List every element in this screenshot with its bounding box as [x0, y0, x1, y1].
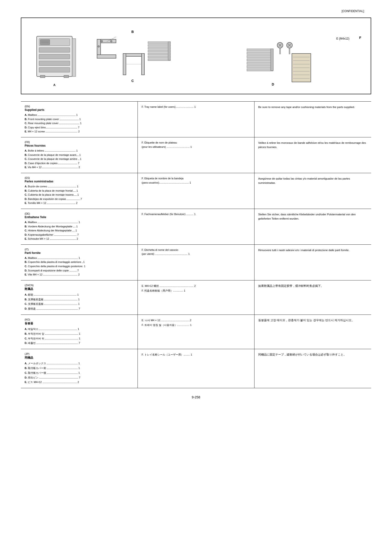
svg-rect-3	[39, 54, 70, 59]
de-row: (DE) Enthaltene Teile A. Mailbox 1 B. Vo…	[21, 209, 371, 244]
svg-rect-28	[148, 56, 170, 58]
svg-rect-53	[247, 65, 273, 68]
ko-row: (KO) 동봉품 A. 메일막스 1 B. 부착판커버 앞 1 C. 부착판커버…	[21, 314, 371, 349]
en-row: (EN) Supplied parts A. Mailbox 1 B. Fron…	[21, 101, 371, 137]
svg-rect-26	[148, 50, 170, 52]
en-extra-col: F. Tray name label (for users)..........…	[138, 102, 254, 137]
svg-rect-19	[123, 54, 144, 56]
svg-rect-48	[247, 49, 273, 51]
it-code: (IT)	[25, 248, 134, 251]
svg-rect-20	[123, 54, 126, 75]
svg-rect-27	[148, 53, 170, 55]
part-a-illustration: A	[28, 29, 80, 87]
en-code: (EN)	[25, 105, 134, 108]
ko-code: (KO)	[25, 318, 134, 321]
svg-rect-13	[97, 55, 116, 58]
jp-notice-col: 同梱品に固定テープ，緩衝材が付いている場合は必ず取り外すこと。	[254, 349, 371, 388]
svg-rect-54	[247, 69, 273, 71]
es-notice-col: Asegúrese de quitar todas las cintas y/o…	[254, 173, 371, 209]
page-number: 9-258	[21, 395, 371, 404]
svg-rect-55	[271, 49, 273, 71]
confidential-label: [CONFIDENTIAL]	[21, 9, 371, 13]
fr-row: (FR) Pièces fournies A. Boîte à lettres …	[21, 137, 371, 173]
svg-rect-8	[64, 75, 69, 78]
svg-rect-23	[148, 42, 170, 43]
illustration-box: A B	[21, 18, 371, 94]
svg-rect-21	[141, 54, 144, 75]
svg-point-15	[110, 40, 112, 42]
svg-rect-4	[39, 61, 70, 66]
svg-rect-5	[39, 68, 70, 72]
zhcn-parts-col: (ZHCN) 附属品 A. 邮箱 1 B. 支撑板前盖板 1 C. 支撑板后盖板…	[21, 280, 138, 314]
de-parts-col: (DE) Enthaltene Teile A. Mailbox 1 B. Vo…	[21, 209, 138, 244]
svg-rect-25	[148, 47, 170, 49]
svg-rect-50	[247, 55, 273, 58]
label-f-pos: F	[359, 36, 361, 40]
fr-code: (FR)	[25, 141, 134, 143]
fr-parts-col: (FR) Pièces fournies A. Boîte à lettres …	[21, 137, 138, 173]
fr-notice-col: Veillez à retirer les morceaux de bande …	[254, 137, 371, 173]
ko-notice-col: 동봉품에 고정 테이프，완충재가 붙어 있는 경우에는 반드시 제거하십시오。	[254, 315, 371, 349]
svg-rect-52	[247, 62, 273, 64]
it-row: (IT) Parti fornite A. Mailbox 1 B. Coper…	[21, 244, 371, 280]
languages-container: (EN) Supplied parts A. Mailbox 1 B. Fron…	[21, 101, 371, 388]
svg-rect-7	[40, 75, 45, 78]
svg-text:D: D	[272, 82, 274, 86]
jp-title: 同梱品	[25, 356, 134, 360]
fr-title: Pièces fournies	[25, 144, 134, 147]
svg-point-14	[101, 40, 103, 42]
zhcn-code: (ZHCN)	[25, 284, 134, 287]
label-a: A	[53, 83, 55, 87]
svg-rect-51	[247, 59, 273, 61]
zhcn-title: 附属品	[25, 287, 134, 291]
zhcn-notice-col: 如果附属品上带有固定胶带，缓冲材料时务必揭下。	[254, 280, 371, 314]
de-code: (DE)	[25, 212, 134, 215]
jp-code: (JP)	[25, 352, 134, 355]
es-code: (ES)	[25, 177, 134, 179]
ko-extra-col: E. 나사 M4 × 12...........................…	[138, 315, 254, 349]
it-parts-col: (IT) Parti fornite A. Mailbox 1 B. Coper…	[21, 245, 138, 280]
it-extra-col: F. Etichetta di nome del vassoio(per ute…	[138, 245, 254, 280]
jp-extra-col: F. トレイ名称シール（ユーザー用）......... 1	[138, 349, 254, 388]
svg-point-16	[98, 45, 100, 47]
jp-parts-col: (JP) 同梱品 A. メールボックス 1 B. 取付板カバー前 1 C. 取付…	[21, 349, 138, 388]
es-row: (ES) Partes suministradas A. Buzón de co…	[21, 173, 371, 209]
svg-rect-30	[168, 42, 170, 60]
es-title: Partes suministradas	[25, 180, 134, 183]
jp-row: (JP) 同梱品 A. メールボックス 1 B. 取付板カバー前 1 C. 取付…	[21, 349, 371, 388]
de-notice-col: Stellen Sie sicher, dass sämtliche Klebe…	[254, 209, 371, 244]
zhcn-extra-col: E. M4×12 螺丝 ............................…	[138, 280, 254, 314]
es-parts-col: (ES) Partes suministradas A. Buzón de co…	[21, 173, 138, 209]
part-bc-illustration: B	[85, 35, 180, 87]
zhcn-row: (ZHCN) 附属品 A. 邮箱 1 B. 支撑板前盖板 1 C. 支撑板后盖板…	[21, 280, 371, 314]
de-title: Enthaltene Teile	[25, 215, 134, 219]
ko-title: 동봉품	[25, 321, 134, 326]
svg-rect-2	[39, 48, 70, 52]
it-notice-col: Rimuovere tutti i nastri adesivi e/o i m…	[254, 245, 371, 280]
label-b: B	[131, 30, 134, 34]
en-parts-col: (EN) Supplied parts A. Mailbox 1 B. Fron…	[21, 102, 138, 137]
svg-rect-6	[72, 39, 76, 77]
en-title: Supplied parts	[25, 108, 134, 112]
svg-rect-38	[289, 48, 290, 54]
ko-parts-col: (KO) 동봉품 A. 메일막스 1 B. 부착판커버 앞 1 C. 부착판커버…	[21, 315, 138, 349]
en-notice-col: Be sure to remove any tape and/or cushio…	[254, 102, 371, 137]
svg-rect-49	[247, 52, 273, 55]
it-title: Parti fornite	[25, 251, 134, 255]
svg-rect-29	[148, 59, 170, 61]
fr-extra-col: F. Étiquette de nom de plateau(pour les …	[138, 137, 254, 173]
de-extra-col: F. Fachnamenaufkleber (für Benutzer) ...…	[138, 209, 254, 244]
label-e: E (M4x12)	[336, 37, 349, 40]
svg-rect-34	[280, 48, 280, 54]
es-extra-col: F. Etiqueta de nombre de la bandeja(para…	[138, 173, 254, 209]
svg-rect-24	[148, 44, 170, 46]
svg-text:C: C	[131, 79, 134, 83]
